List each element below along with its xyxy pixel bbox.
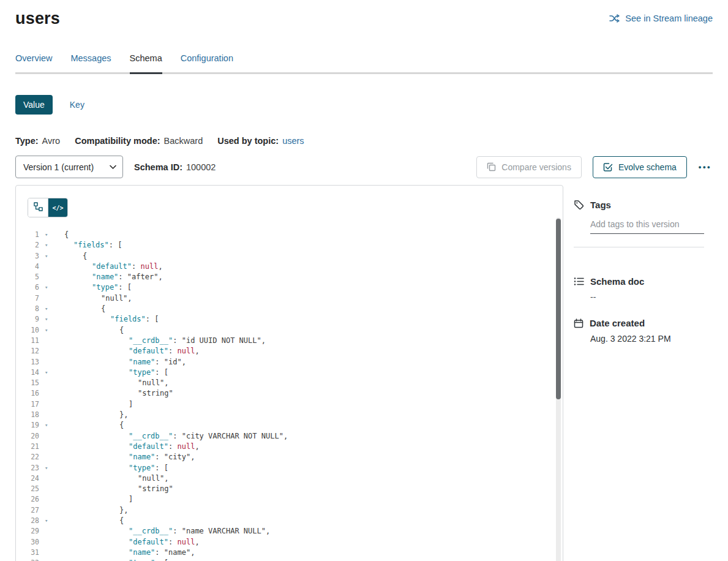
- line-number: 25: [16, 484, 39, 494]
- page-title: users: [15, 9, 60, 28]
- collapse-arrow-icon[interactable]: ▾: [39, 558, 53, 561]
- line-number: 10: [16, 325, 39, 336]
- line-number: 29: [16, 526, 39, 537]
- stream-lineage-label: See in Stream lineage: [625, 13, 713, 23]
- code-line: 27},: [16, 505, 563, 516]
- line-content: "default": null,: [53, 442, 200, 452]
- editor-scrollbar[interactable]: [556, 217, 561, 561]
- line-number: 8: [16, 304, 39, 314]
- line-content: "default": null,: [53, 346, 200, 356]
- tree-view-icon: [34, 202, 43, 213]
- code-line: 7"null",: [16, 293, 563, 304]
- meta-value: Avro: [42, 136, 61, 146]
- line-number: 14: [16, 367, 39, 378]
- code-view-button[interactable]: </>: [48, 198, 67, 217]
- code-line: 1▾{: [16, 230, 563, 240]
- evolve-check-icon: [603, 162, 613, 172]
- collapse-arrow-icon[interactable]: ▾: [39, 463, 53, 473]
- tab-messages[interactable]: Messages: [70, 53, 111, 72]
- code-line: 19▾{: [16, 420, 563, 431]
- code-line: 5"name": "after",: [16, 272, 563, 282]
- schema-id: Schema ID: 100002: [134, 162, 216, 172]
- code-line: 25"string": [16, 484, 563, 494]
- tab-overview[interactable]: Overview: [15, 53, 52, 72]
- page-header: users See in Stream lineage: [15, 0, 713, 28]
- code-line: 20"__crdb__": "city VARCHAR NOT NULL",: [16, 431, 563, 442]
- schema-editor-panel: </> 1▾{2▾"fields": [3▾{4"default": null,…: [15, 185, 563, 561]
- meta-value: Backward: [164, 136, 203, 146]
- line-content: {: [53, 251, 87, 262]
- schema-id-label: Schema ID:: [134, 162, 182, 172]
- code-line: 31"name": "name",: [16, 548, 563, 558]
- scrollbar-thumb[interactable]: [556, 219, 561, 399]
- stream-lineage-link[interactable]: See in Stream lineage: [609, 13, 713, 23]
- schema-toggle: ValueKey: [15, 95, 713, 115]
- code-line: 13"name": "id",: [16, 357, 563, 367]
- line-content: {: [53, 304, 105, 314]
- code-view-icon: </>: [52, 205, 63, 211]
- line-number: 7: [16, 293, 39, 304]
- compare-versions-label: Compare versions: [501, 162, 571, 172]
- code-line: 24"null",: [16, 473, 563, 484]
- compare-versions-button[interactable]: Compare versions: [476, 156, 582, 178]
- toggle-value[interactable]: Value: [15, 95, 53, 115]
- version-select[interactable]: Version 1 (current): [15, 156, 123, 178]
- meta-item: Compatibility mode:Backward: [75, 136, 203, 146]
- collapse-arrow-icon[interactable]: ▾: [39, 304, 53, 314]
- content-row: </> 1▾{2▾"fields": [3▾{4"default": null,…: [15, 185, 713, 561]
- evolve-schema-button[interactable]: Evolve schema: [593, 156, 687, 178]
- meta-label: Used by topic:: [217, 136, 279, 146]
- sidebar-divider: [574, 247, 704, 247]
- code-line: 10▾{: [16, 325, 563, 336]
- line-number: 24: [16, 473, 39, 484]
- line-content: {: [53, 230, 69, 240]
- tab-configuration[interactable]: Configuration: [181, 53, 233, 72]
- topic-link[interactable]: users: [282, 136, 304, 146]
- line-number: 15: [16, 378, 39, 388]
- code-line: 12"default": null,: [16, 346, 563, 356]
- code-line: 23▾"type": [: [16, 463, 563, 473]
- controls-row: Version 1 (current) Schema ID: 100002 Co…: [15, 156, 713, 178]
- collapse-arrow-icon[interactable]: ▾: [39, 314, 53, 325]
- more-options-button[interactable]: •••: [697, 159, 713, 175]
- tags-input[interactable]: [590, 218, 704, 234]
- code-line: 18},: [16, 410, 563, 420]
- line-content: "type": [: [53, 367, 168, 378]
- code-line: 16"string": [16, 388, 563, 399]
- tab-schema[interactable]: Schema: [130, 53, 162, 72]
- collapse-arrow-icon[interactable]: ▾: [39, 230, 53, 240]
- calendar-icon: [574, 318, 584, 328]
- code-line: 26]: [16, 494, 563, 505]
- date-created-section: Date created Aug. 3 2022 3:21 PM: [574, 318, 704, 344]
- code-line: 30"default": null,: [16, 537, 563, 548]
- schema-doc-heading: Schema doc: [574, 276, 704, 287]
- tab-bar: OverviewMessagesSchemaConfiguration: [15, 53, 713, 74]
- line-number: 17: [16, 399, 39, 410]
- code-line: 11"__crdb__": "id UUID NOT NULL",: [16, 336, 563, 346]
- line-content: },: [53, 410, 128, 420]
- meta-label: Type:: [15, 136, 39, 146]
- meta-item: Used by topic:users: [217, 136, 304, 146]
- line-content: "fields": [: [53, 240, 122, 250]
- collapse-arrow-icon[interactable]: ▾: [39, 251, 53, 262]
- line-number: 1: [16, 230, 39, 240]
- collapse-arrow-icon[interactable]: ▾: [39, 420, 53, 431]
- line-content: "default": null,: [53, 262, 163, 272]
- tags-heading: Tags: [574, 200, 704, 210]
- line-number: 27: [16, 505, 39, 516]
- collapse-arrow-icon[interactable]: ▾: [39, 516, 53, 526]
- collapse-arrow-icon[interactable]: ▾: [39, 325, 53, 336]
- line-content: ]: [53, 494, 133, 505]
- collapse-arrow-icon[interactable]: ▾: [39, 367, 53, 378]
- line-number: 13: [16, 357, 39, 367]
- collapse-arrow-icon[interactable]: ▾: [39, 282, 53, 293]
- tree-view-button[interactable]: [28, 198, 48, 217]
- code-lines: 1▾{2▾"fields": [3▾{4"default": null,5"na…: [16, 230, 563, 561]
- toggle-key[interactable]: Key: [70, 100, 84, 110]
- line-content: "name": "after",: [53, 272, 163, 282]
- line-number: 5: [16, 272, 39, 282]
- tag-icon: [574, 200, 584, 210]
- line-content: {: [53, 325, 124, 336]
- collapse-arrow-icon[interactable]: ▾: [39, 240, 53, 250]
- schema-id-value: 100002: [186, 162, 216, 172]
